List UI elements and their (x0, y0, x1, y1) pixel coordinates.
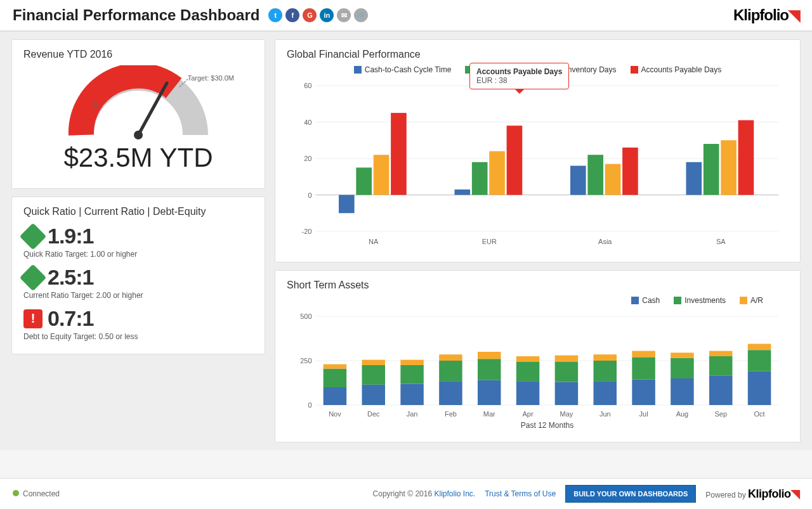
svg-rect-70 (594, 354, 617, 361)
svg-text:40: 40 (304, 119, 311, 126)
svg-rect-82 (709, 351, 733, 356)
svg-rect-46 (362, 360, 386, 365)
share-icons: t f G in ✉ 🔗 (268, 8, 368, 22)
assets-legend: Cash Investments A/R (287, 296, 789, 305)
quick-ratio-row: 1.9:1 (23, 224, 253, 248)
svg-text:Sep: Sep (714, 410, 727, 418)
svg-rect-40 (324, 387, 347, 405)
svg-text:NA: NA (369, 238, 379, 245)
svg-text:-20: -20 (302, 228, 312, 235)
gauge-zero: 0 (93, 101, 97, 108)
svg-rect-60 (516, 381, 540, 405)
svg-text:Mar: Mar (483, 410, 495, 418)
chart-tooltip: Accounts Payable Days EUR : 38 (469, 63, 569, 89)
build-dashboard-button[interactable]: BUILD YOUR OWN DASHBOARDS (565, 485, 696, 503)
status-alert-icon: ! (23, 309, 43, 328)
svg-text:Dec: Dec (367, 410, 380, 418)
svg-rect-53 (439, 361, 462, 381)
svg-rect-84 (748, 371, 771, 405)
assets-title: Short Term Assets (287, 280, 789, 291)
linkedin-icon[interactable]: in (320, 8, 334, 22)
terms-link[interactable]: Trust & Terms of Use (485, 489, 556, 498)
svg-text:Asia: Asia (598, 238, 612, 245)
global-title: Global Financial Performance (287, 49, 789, 60)
svg-rect-57 (478, 359, 501, 380)
revenue-panel: Revenue YTD 2016 0 Target: $30.0M $23.5M… (11, 39, 265, 189)
svg-rect-78 (671, 352, 694, 358)
svg-rect-74 (632, 351, 655, 358)
svg-rect-77 (671, 358, 694, 378)
svg-rect-19 (455, 190, 471, 195)
svg-rect-44 (362, 385, 386, 405)
google-plus-icon[interactable]: G (303, 8, 317, 22)
svg-text:Feb: Feb (445, 410, 457, 418)
svg-rect-25 (587, 155, 603, 195)
mail-icon[interactable]: ✉ (337, 8, 351, 22)
svg-text:250: 250 (300, 357, 311, 364)
header: Financial Performance Dashboard t f G in… (0, 0, 812, 32)
copyright: Copyright © 2016 Klipfolio Inc. (373, 489, 476, 498)
link-icon[interactable]: 🔗 (354, 8, 368, 22)
svg-rect-31 (721, 140, 737, 195)
svg-rect-29 (686, 162, 702, 195)
svg-rect-58 (478, 352, 501, 359)
legend-cash-cycle[interactable]: Cash-to-Cash Cycle Time (354, 65, 452, 74)
svg-text:Oct: Oct (754, 410, 765, 418)
svg-rect-76 (671, 378, 694, 405)
legend-cash[interactable]: Cash (631, 296, 660, 305)
svg-rect-48 (400, 383, 424, 405)
footer: Connected Copyright © 2016 Klipfolio Inc… (0, 478, 812, 509)
svg-rect-64 (555, 382, 579, 405)
global-chart[interactable]: -200204060NAEURAsiaSA (287, 79, 789, 250)
svg-text:SA: SA (716, 238, 726, 245)
page-title: Financial Performance Dashboard (13, 6, 259, 24)
svg-rect-86 (748, 344, 771, 350)
svg-rect-81 (709, 356, 733, 376)
svg-rect-21 (489, 151, 505, 195)
assets-chart[interactable]: 0250500NovDecJanFebMarAprMayJunJulAugSep… (287, 310, 789, 430)
svg-text:60: 60 (304, 82, 311, 89)
status-ok-icon (20, 222, 46, 249)
svg-rect-72 (632, 379, 655, 405)
connection-status: Connected (13, 489, 60, 498)
svg-rect-41 (324, 369, 347, 387)
svg-rect-61 (516, 361, 540, 381)
powered-by: Powered by Klipfolio◥ (705, 487, 799, 501)
svg-rect-45 (362, 365, 386, 385)
svg-text:Past 12 Months: Past 12 Months (521, 421, 573, 430)
brand-logo: Klipfolio◥ (733, 6, 799, 24)
assets-panel: Short Term Assets Cash Investments A/R 0… (275, 270, 801, 442)
svg-rect-49 (400, 365, 424, 383)
svg-text:20: 20 (304, 155, 311, 162)
svg-text:May: May (560, 410, 573, 418)
debt-ratio-target: Debt to Equity Target: 0.50 or less (23, 332, 253, 341)
svg-rect-66 (555, 356, 579, 362)
svg-text:Nov: Nov (329, 410, 341, 418)
legend-ar[interactable]: A/R (740, 296, 763, 305)
legend-investments[interactable]: Investments (674, 296, 726, 305)
facebook-icon[interactable]: f (285, 8, 299, 22)
legend-ap-days[interactable]: Accounts Payable Days (631, 65, 722, 74)
svg-rect-80 (709, 376, 733, 405)
svg-point-1 (134, 131, 143, 139)
svg-rect-56 (478, 380, 501, 405)
svg-rect-15 (356, 167, 372, 195)
svg-text:EUR: EUR (482, 238, 497, 245)
svg-rect-52 (439, 381, 462, 405)
gauge-target: Target: $30.0M (188, 74, 234, 82)
svg-rect-85 (748, 350, 771, 371)
company-link[interactable]: Klipfolio Inc. (434, 489, 475, 498)
svg-rect-65 (555, 361, 579, 382)
ratios-panel: Quick Ratio | Current Ratio | Debt-Equit… (11, 197, 265, 354)
svg-text:Aug: Aug (676, 410, 689, 418)
debt-ratio-value: 0.7:1 (48, 306, 94, 331)
svg-rect-62 (516, 356, 540, 361)
revenue-title: Revenue YTD 2016 (23, 49, 253, 60)
twitter-icon[interactable]: t (268, 8, 282, 22)
svg-rect-26 (605, 164, 621, 195)
svg-rect-50 (400, 360, 424, 365)
quick-ratio-target: Quick Ratio Target: 1.00 or higher (23, 250, 253, 259)
debt-ratio-row: ! 0.7:1 (23, 306, 253, 331)
svg-rect-69 (594, 361, 617, 381)
svg-rect-42 (324, 364, 347, 369)
